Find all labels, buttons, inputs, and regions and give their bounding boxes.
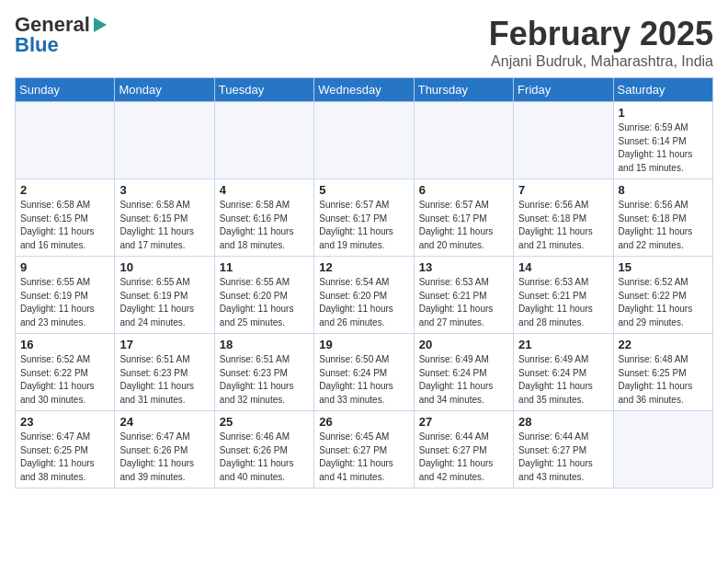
day-number: 16 <box>20 338 109 351</box>
calendar-cell: 17Sunrise: 6:51 AM Sunset: 6:23 PM Dayli… <box>115 334 214 411</box>
logo-general: General <box>15 15 90 35</box>
day-info: Sunrise: 6:55 AM Sunset: 6:19 PM Dayligh… <box>119 276 209 329</box>
calendar-cell: 4Sunrise: 6:58 AM Sunset: 6:16 PM Daylig… <box>214 179 313 257</box>
day-info: Sunrise: 6:55 AM Sunset: 6:20 PM Dayligh… <box>220 276 309 329</box>
calendar-cell <box>214 102 313 179</box>
day-number: 26 <box>319 415 408 429</box>
calendar-cell: 25Sunrise: 6:46 AM Sunset: 6:26 PM Dayli… <box>214 411 313 488</box>
calendar-cell: 23Sunrise: 6:47 AM Sunset: 6:25 PM Dayli… <box>16 411 115 488</box>
logo-blue: Blue <box>15 35 59 55</box>
calendar-cell: 27Sunrise: 6:44 AM Sunset: 6:27 PM Dayli… <box>414 411 513 488</box>
page-header: General Blue February 2025 Anjani Budruk… <box>15 15 713 70</box>
calendar-header-friday: Friday <box>514 78 613 102</box>
day-number: 15 <box>619 260 708 274</box>
calendar-cell: 7Sunrise: 6:56 AM Sunset: 6:18 PM Daylig… <box>514 179 613 257</box>
day-info: Sunrise: 6:45 AM Sunset: 6:27 PM Dayligh… <box>319 431 408 484</box>
logo-arrow-icon <box>94 17 107 32</box>
calendar-week-row: 23Sunrise: 6:47 AM Sunset: 6:25 PM Dayli… <box>16 411 713 488</box>
calendar-cell: 1Sunrise: 6:59 AM Sunset: 6:14 PM Daylig… <box>613 102 712 179</box>
day-info: Sunrise: 6:58 AM Sunset: 6:15 PM Dayligh… <box>20 199 109 252</box>
day-number: 17 <box>119 338 209 351</box>
day-number: 18 <box>220 338 309 351</box>
calendar-cell: 6Sunrise: 6:57 AM Sunset: 6:17 PM Daylig… <box>414 179 513 257</box>
day-info: Sunrise: 6:59 AM Sunset: 6:14 PM Dayligh… <box>619 121 708 175</box>
day-number: 1 <box>619 106 708 120</box>
calendar-cell: 28Sunrise: 6:44 AM Sunset: 6:27 PM Dayli… <box>514 411 613 488</box>
day-info: Sunrise: 6:54 AM Sunset: 6:20 PM Dayligh… <box>319 276 408 329</box>
calendar-week-row: 2Sunrise: 6:58 AM Sunset: 6:15 PM Daylig… <box>16 179 713 257</box>
calendar-cell: 16Sunrise: 6:52 AM Sunset: 6:22 PM Dayli… <box>16 334 115 411</box>
calendar-week-row: 1Sunrise: 6:59 AM Sunset: 6:14 PM Daylig… <box>16 102 713 179</box>
day-number: 2 <box>20 183 109 197</box>
day-number: 27 <box>419 415 508 429</box>
day-info: Sunrise: 6:52 AM Sunset: 6:22 PM Dayligh… <box>20 353 109 407</box>
day-info: Sunrise: 6:50 AM Sunset: 6:24 PM Dayligh… <box>319 353 408 407</box>
day-info: Sunrise: 6:53 AM Sunset: 6:21 PM Dayligh… <box>419 276 508 329</box>
day-info: Sunrise: 6:58 AM Sunset: 6:16 PM Dayligh… <box>220 199 309 252</box>
calendar-cell: 8Sunrise: 6:56 AM Sunset: 6:18 PM Daylig… <box>613 179 712 257</box>
day-info: Sunrise: 6:51 AM Sunset: 6:23 PM Dayligh… <box>119 353 209 407</box>
calendar-cell: 21Sunrise: 6:49 AM Sunset: 6:24 PM Dayli… <box>514 334 613 411</box>
calendar-header-saturday: Saturday <box>613 78 712 102</box>
day-number: 12 <box>319 260 408 274</box>
calendar-header-row: SundayMondayTuesdayWednesdayThursdayFrid… <box>16 78 713 102</box>
day-number: 4 <box>220 183 309 197</box>
day-info: Sunrise: 6:44 AM Sunset: 6:27 PM Dayligh… <box>419 431 508 484</box>
day-info: Sunrise: 6:56 AM Sunset: 6:18 PM Dayligh… <box>518 199 608 252</box>
day-info: Sunrise: 6:51 AM Sunset: 6:23 PM Dayligh… <box>220 353 309 407</box>
day-number: 8 <box>619 183 708 197</box>
calendar-cell: 22Sunrise: 6:48 AM Sunset: 6:25 PM Dayli… <box>613 334 712 411</box>
calendar-cell <box>16 102 115 179</box>
calendar-cell: 18Sunrise: 6:51 AM Sunset: 6:23 PM Dayli… <box>214 334 313 411</box>
month-title: February 2025 <box>489 15 713 53</box>
day-info: Sunrise: 6:49 AM Sunset: 6:24 PM Dayligh… <box>419 353 508 407</box>
calendar-cell: 10Sunrise: 6:55 AM Sunset: 6:19 PM Dayli… <box>115 257 214 334</box>
calendar-cell: 26Sunrise: 6:45 AM Sunset: 6:27 PM Dayli… <box>314 411 414 488</box>
title-block: February 2025 Anjani Budruk, Maharashtra… <box>489 15 713 70</box>
day-info: Sunrise: 6:49 AM Sunset: 6:24 PM Dayligh… <box>518 353 608 407</box>
day-info: Sunrise: 6:44 AM Sunset: 6:27 PM Dayligh… <box>518 431 608 484</box>
day-number: 10 <box>119 260 209 274</box>
day-info: Sunrise: 6:52 AM Sunset: 6:22 PM Dayligh… <box>619 276 708 329</box>
day-number: 13 <box>419 260 508 274</box>
day-number: 5 <box>319 183 408 197</box>
day-info: Sunrise: 6:58 AM Sunset: 6:15 PM Dayligh… <box>119 199 209 252</box>
day-number: 14 <box>518 260 608 274</box>
calendar-cell: 13Sunrise: 6:53 AM Sunset: 6:21 PM Dayli… <box>414 257 513 334</box>
location: Anjani Budruk, Maharashtra, India <box>489 53 713 70</box>
logo: General Blue <box>15 15 107 55</box>
day-number: 20 <box>419 338 508 351</box>
day-info: Sunrise: 6:46 AM Sunset: 6:26 PM Dayligh… <box>220 431 309 484</box>
day-number: 3 <box>119 183 209 197</box>
day-info: Sunrise: 6:53 AM Sunset: 6:21 PM Dayligh… <box>518 276 608 329</box>
day-number: 19 <box>319 338 408 351</box>
calendar-cell: 19Sunrise: 6:50 AM Sunset: 6:24 PM Dayli… <box>314 334 414 411</box>
calendar-cell: 12Sunrise: 6:54 AM Sunset: 6:20 PM Dayli… <box>314 257 414 334</box>
calendar-table: SundayMondayTuesdayWednesdayThursdayFrid… <box>15 77 713 488</box>
day-number: 22 <box>619 338 708 351</box>
calendar-cell <box>314 102 414 179</box>
day-info: Sunrise: 6:57 AM Sunset: 6:17 PM Dayligh… <box>419 199 508 252</box>
calendar-cell <box>514 102 613 179</box>
day-info: Sunrise: 6:56 AM Sunset: 6:18 PM Dayligh… <box>619 199 708 252</box>
calendar-cell: 20Sunrise: 6:49 AM Sunset: 6:24 PM Dayli… <box>414 334 513 411</box>
day-info: Sunrise: 6:55 AM Sunset: 6:19 PM Dayligh… <box>20 276 109 329</box>
calendar-header-thursday: Thursday <box>414 78 513 102</box>
calendar-cell: 15Sunrise: 6:52 AM Sunset: 6:22 PM Dayli… <box>613 257 712 334</box>
calendar-cell <box>613 411 712 488</box>
calendar-cell: 24Sunrise: 6:47 AM Sunset: 6:26 PM Dayli… <box>115 411 214 488</box>
calendar-week-row: 16Sunrise: 6:52 AM Sunset: 6:22 PM Dayli… <box>16 334 713 411</box>
day-number: 23 <box>20 415 109 429</box>
day-number: 25 <box>220 415 309 429</box>
calendar-cell: 9Sunrise: 6:55 AM Sunset: 6:19 PM Daylig… <box>16 257 115 334</box>
calendar-cell <box>115 102 214 179</box>
calendar-header-wednesday: Wednesday <box>314 78 414 102</box>
day-info: Sunrise: 6:47 AM Sunset: 6:25 PM Dayligh… <box>20 431 109 484</box>
calendar-cell: 14Sunrise: 6:53 AM Sunset: 6:21 PM Dayli… <box>514 257 613 334</box>
calendar-cell: 5Sunrise: 6:57 AM Sunset: 6:17 PM Daylig… <box>314 179 414 257</box>
calendar-cell <box>414 102 513 179</box>
day-number: 6 <box>419 183 508 197</box>
day-info: Sunrise: 6:57 AM Sunset: 6:17 PM Dayligh… <box>319 199 408 252</box>
calendar-cell: 3Sunrise: 6:58 AM Sunset: 6:15 PM Daylig… <box>115 179 214 257</box>
day-number: 11 <box>220 260 309 274</box>
